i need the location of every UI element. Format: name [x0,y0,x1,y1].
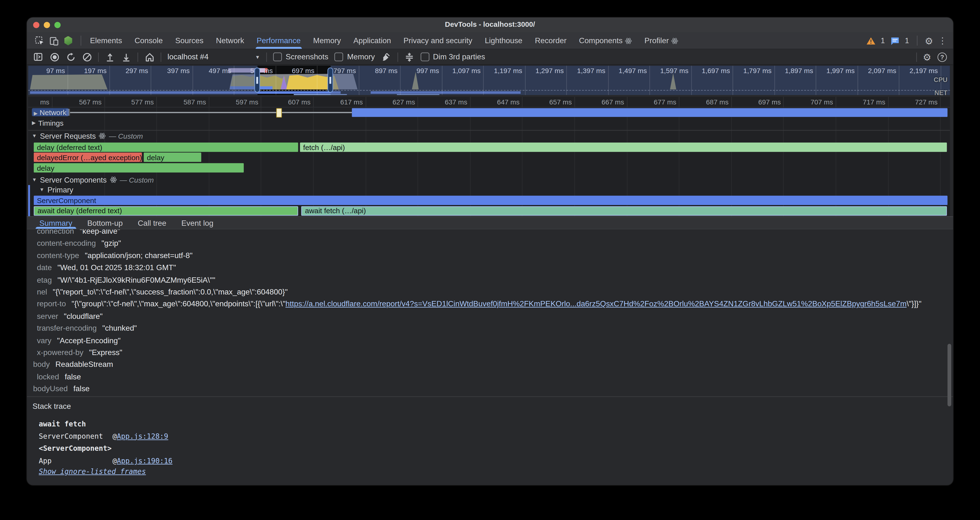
tab-components[interactable]: Components [573,33,638,49]
checkbox-box[interactable] [273,52,282,61]
tab-application[interactable]: Application [347,33,398,49]
flame-event-bar[interactable]: delay [34,163,244,172]
separator [161,52,161,62]
overview-tick-label: 997 ms [395,67,439,74]
reload-record-button[interactable] [65,52,75,62]
upload-profile-icon[interactable] [105,52,115,62]
network-track-label[interactable]: ▶ Network [32,108,69,117]
tab-privacy-and-security[interactable]: Privacy and security [397,33,479,49]
overview-tick-label: 97 ms [28,67,65,74]
stack-frame-at: @ [113,456,117,465]
property-key: content-encoding [37,239,96,248]
report-to-link[interactable]: https://a.nel.cloudflare.com/report/v4?s… [285,300,907,309]
clear-button[interactable] [82,52,92,62]
tab-elements[interactable]: Elements [84,33,128,49]
ruler-tick [313,97,314,107]
stack-frame-location-link[interactable]: App.js:190:16 [117,456,172,465]
tab-recorder[interactable]: Recorder [528,33,573,49]
separator [137,52,138,62]
react-atom-icon [625,37,632,44]
track-divider [28,130,950,131]
separator [266,52,267,62]
details-tab-event-log[interactable]: Event log [174,217,221,229]
checkbox-box[interactable] [420,52,429,61]
network-request-block[interactable] [276,108,282,117]
home-icon[interactable] [145,52,154,62]
triangle-down-icon[interactable]: ▼ [32,177,37,182]
record-button[interactable] [49,52,59,62]
property-value: "gzip" [102,239,121,248]
selection-handle-left[interactable] [255,68,260,92]
garbage-collect-icon[interactable] [381,52,391,62]
flame-event-bar[interactable]: await delay (deferred text) [34,206,298,216]
flame-event-bar[interactable]: fetch (…/api) [300,142,947,152]
title-bar: DevTools - localhost:3000/ [27,17,953,33]
flame-event-bar[interactable]: delay (deferred text) [34,142,298,152]
ruler-tick-label: 607 ms [267,98,310,106]
summary-pane[interactable]: connection"keep-alive"content-encoding"g… [27,229,953,485]
timeline-overview[interactable]: 97 ms197 ms297 ms397 ms497 ms597 ms697 m… [28,65,950,95]
details-tab-summary[interactable]: Summary [32,217,80,229]
flame-event-bar[interactable]: delay [144,153,201,162]
collapse-tracks-icon[interactable] [404,52,414,62]
triangle-right-icon[interactable]: ▶ [34,111,38,116]
extension-gem-icon[interactable] [63,36,73,46]
tab-label: Memory [313,36,341,45]
download-profile-icon[interactable] [121,52,131,62]
flame-event-bar[interactable]: delayedError (…ayed exception) [34,153,142,162]
tab-network[interactable]: Network [210,33,251,49]
primary-track-header[interactable]: ▼ Primary [39,185,73,194]
server-components-header[interactable]: ▼ Server Components — Custom [32,175,154,184]
checkbox-box[interactable] [335,52,344,61]
property-value: "Accept-Encoding" [57,336,121,345]
tab-label: Elements [90,36,122,45]
tab-performance[interactable]: Performance [250,33,307,49]
triangle-down-icon[interactable]: ▼ [32,133,37,139]
flame-event-bar[interactable]: await fetch (…/api) [301,206,947,216]
overview-tick-label: 1,497 ms [603,67,647,74]
help-icon[interactable]: ? [937,52,947,62]
ruler-tick [52,97,52,107]
memory-checkbox[interactable]: Memory [335,52,375,61]
capture-settings-gear-icon[interactable]: ⚙ [923,52,931,62]
toggle-sidebar-icon[interactable] [33,52,43,62]
tab-label: Privacy and security [403,36,472,45]
triangle-right-icon[interactable]: ▶ [32,120,36,126]
performance-toolbar: localhost #4 ▼ Screenshots Memory Dim 3 [27,49,953,65]
overview-tick-label: 1,597 ms [644,67,688,74]
property-value: false [73,385,89,393]
details-tab-bottom-up[interactable]: Bottom-up [80,217,130,229]
timeline-ruler[interactable]: ms567 ms577 ms587 ms597 ms607 ms617 ms62… [28,97,950,108]
stack-frame-location-link[interactable]: App.js:128:9 [117,432,168,440]
scrollbar-thumb[interactable] [947,344,951,406]
settings-gear-icon[interactable]: ⚙ [925,36,933,45]
property-row: content-type"application/json; charset=u… [27,250,953,262]
show-ignore-listed-frames-link[interactable]: Show ignore-listed frames [39,467,146,475]
property-key: bodyUsed [33,385,68,393]
tab-lighthouse[interactable]: Lighthouse [479,33,528,49]
ruler-tick [783,97,784,107]
tab-sources[interactable]: Sources [169,33,210,49]
network-request-bar[interactable] [352,108,947,117]
history-select[interactable]: localhost #4 ▼ [168,52,260,61]
details-tab-call-tree[interactable]: Call tree [130,217,174,229]
tab-profiler[interactable]: Profiler [638,33,685,49]
server-requests-header[interactable]: ▼ Server Requests — Custom [32,131,143,141]
tab-memory[interactable]: Memory [307,33,347,49]
inspect-element-icon[interactable] [35,36,45,46]
more-options-icon[interactable]: ⋮ [938,36,947,46]
flame-chart[interactable]: ▶ Network ▶ Timings ▼ Server Requests — … [28,108,950,216]
flame-event-bar[interactable]: ServerComponent [34,196,947,205]
timings-track-label[interactable]: ▶ Timings [32,118,64,127]
device-toolbar-icon[interactable] [49,36,59,46]
warning-icon[interactable] [866,36,876,46]
tab-label: Components [579,36,623,45]
tab-console[interactable]: Console [128,33,169,49]
message-icon[interactable] [890,36,900,46]
triangle-down-icon[interactable]: ▼ [39,187,45,192]
dim-3rd-parties-checkbox[interactable]: Dim 3rd parties [420,52,485,61]
overview-tick-label: 1,297 ms [520,67,563,74]
screenshots-checkbox[interactable]: Screenshots [273,52,328,61]
selection-handle-right[interactable] [328,68,333,92]
tab-label: Application [353,36,391,45]
